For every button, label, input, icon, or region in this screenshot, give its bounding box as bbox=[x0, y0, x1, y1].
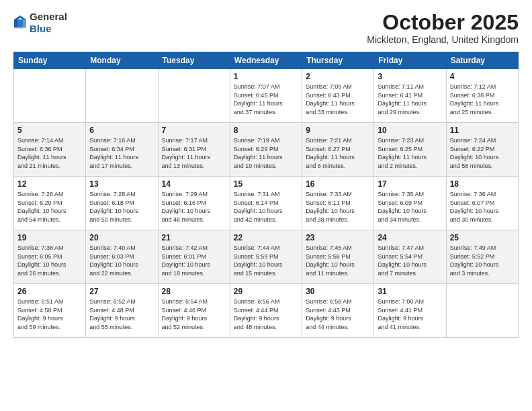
table-row: 26Sunrise: 6:51 AM Sunset: 4:50 PM Dayli… bbox=[14, 284, 86, 338]
calendar-week-2: 5Sunrise: 7:14 AM Sunset: 6:36 PM Daylig… bbox=[14, 123, 519, 177]
logo: General Blue bbox=[13, 11, 67, 35]
col-friday: Friday bbox=[374, 52, 446, 69]
day-number: 12 bbox=[17, 179, 82, 189]
svg-marker-3 bbox=[14, 19, 17, 28]
day-info: Sunrise: 7:45 AM Sunset: 5:56 PM Dayligh… bbox=[306, 244, 370, 277]
day-info: Sunrise: 7:21 AM Sunset: 6:27 PM Dayligh… bbox=[306, 136, 370, 170]
day-info: Sunrise: 6:56 AM Sunset: 4:44 PM Dayligh… bbox=[234, 298, 298, 331]
day-info: Sunrise: 7:29 AM Sunset: 6:16 PM Dayligh… bbox=[162, 190, 226, 224]
col-monday: Monday bbox=[86, 52, 158, 69]
logo-icon bbox=[13, 15, 27, 31]
day-number: 6 bbox=[89, 126, 154, 135]
day-number: 19 bbox=[17, 233, 82, 242]
calendar-week-1: 1Sunrise: 7:07 AM Sunset: 6:45 PM Daylig… bbox=[14, 69, 519, 123]
day-info: Sunrise: 7:23 AM Sunset: 6:25 PM Dayligh… bbox=[378, 136, 442, 170]
table-row: 29Sunrise: 6:56 AM Sunset: 4:44 PM Dayli… bbox=[230, 284, 302, 338]
table-row: 13Sunrise: 7:28 AM Sunset: 6:18 PM Dayli… bbox=[86, 177, 158, 230]
day-info: Sunrise: 6:51 AM Sunset: 4:50 PM Dayligh… bbox=[17, 298, 82, 331]
day-info: Sunrise: 7:11 AM Sunset: 6:41 PM Dayligh… bbox=[378, 83, 442, 116]
day-number: 28 bbox=[162, 287, 226, 296]
table-row: 9Sunrise: 7:21 AM Sunset: 6:27 PM Daylig… bbox=[302, 123, 374, 177]
table-row: 6Sunrise: 7:16 AM Sunset: 6:34 PM Daylig… bbox=[86, 123, 158, 177]
day-info: Sunrise: 7:31 AM Sunset: 6:14 PM Dayligh… bbox=[234, 190, 298, 224]
day-number: 26 bbox=[17, 287, 82, 296]
table-row bbox=[86, 69, 158, 123]
day-number: 3 bbox=[378, 72, 442, 81]
day-number: 22 bbox=[234, 233, 298, 242]
col-wednesday: Wednesday bbox=[230, 52, 302, 69]
table-row bbox=[158, 69, 230, 123]
day-number: 13 bbox=[89, 179, 154, 189]
table-row: 10Sunrise: 7:23 AM Sunset: 6:25 PM Dayli… bbox=[374, 123, 446, 177]
calendar-week-5: 26Sunrise: 6:51 AM Sunset: 4:50 PM Dayli… bbox=[14, 284, 519, 338]
table-row: 12Sunrise: 7:26 AM Sunset: 6:20 PM Dayli… bbox=[14, 177, 86, 230]
day-number: 1 bbox=[234, 72, 298, 81]
day-number: 16 bbox=[306, 179, 370, 189]
table-row: 21Sunrise: 7:42 AM Sunset: 6:01 PM Dayli… bbox=[158, 230, 230, 284]
table-row: 15Sunrise: 7:31 AM Sunset: 6:14 PM Dayli… bbox=[230, 177, 302, 230]
table-row: 3Sunrise: 7:11 AM Sunset: 6:41 PM Daylig… bbox=[374, 69, 446, 123]
table-row: 23Sunrise: 7:45 AM Sunset: 5:56 PM Dayli… bbox=[302, 230, 374, 284]
col-thursday: Thursday bbox=[302, 52, 374, 69]
day-info: Sunrise: 7:00 AM Sunset: 4:41 PM Dayligh… bbox=[378, 298, 442, 331]
day-number: 11 bbox=[450, 126, 515, 135]
table-row: 5Sunrise: 7:14 AM Sunset: 6:36 PM Daylig… bbox=[14, 123, 86, 177]
day-info: Sunrise: 7:36 AM Sunset: 6:07 PM Dayligh… bbox=[450, 190, 515, 224]
day-info: Sunrise: 7:33 AM Sunset: 6:11 PM Dayligh… bbox=[306, 190, 370, 224]
day-info: Sunrise: 7:28 AM Sunset: 6:18 PM Dayligh… bbox=[89, 190, 154, 224]
day-info: Sunrise: 7:35 AM Sunset: 6:09 PM Dayligh… bbox=[378, 190, 442, 224]
day-number: 30 bbox=[306, 287, 370, 296]
day-info: Sunrise: 7:09 AM Sunset: 6:43 PM Dayligh… bbox=[306, 83, 370, 116]
table-row: 17Sunrise: 7:35 AM Sunset: 6:09 PM Dayli… bbox=[374, 177, 446, 230]
location: Mickleton, England, United Kingdom bbox=[367, 34, 519, 45]
day-info: Sunrise: 7:14 AM Sunset: 6:36 PM Dayligh… bbox=[17, 136, 82, 170]
table-row: 1Sunrise: 7:07 AM Sunset: 6:45 PM Daylig… bbox=[230, 69, 302, 123]
day-number: 31 bbox=[378, 287, 442, 296]
table-row: 27Sunrise: 6:52 AM Sunset: 4:48 PM Dayli… bbox=[86, 284, 158, 338]
day-number: 20 bbox=[89, 233, 154, 242]
table-row: 4Sunrise: 7:12 AM Sunset: 6:38 PM Daylig… bbox=[446, 69, 518, 123]
day-info: Sunrise: 7:07 AM Sunset: 6:45 PM Dayligh… bbox=[234, 83, 298, 116]
day-info: Sunrise: 7:26 AM Sunset: 6:20 PM Dayligh… bbox=[17, 190, 82, 224]
day-number: 15 bbox=[234, 179, 298, 189]
svg-marker-4 bbox=[17, 19, 23, 28]
table-row: 24Sunrise: 7:47 AM Sunset: 5:54 PM Dayli… bbox=[374, 230, 446, 284]
day-number: 29 bbox=[234, 287, 298, 296]
day-number: 18 bbox=[450, 179, 515, 189]
svg-marker-2 bbox=[23, 19, 26, 28]
table-row bbox=[14, 69, 86, 123]
day-info: Sunrise: 7:24 AM Sunset: 6:22 PM Dayligh… bbox=[450, 136, 515, 170]
day-number: 25 bbox=[450, 233, 515, 242]
day-info: Sunrise: 7:44 AM Sunset: 5:59 PM Dayligh… bbox=[234, 244, 298, 277]
calendar-table: Sunday Monday Tuesday Wednesday Thursday… bbox=[13, 52, 519, 338]
table-row: 30Sunrise: 6:58 AM Sunset: 4:43 PM Dayli… bbox=[302, 284, 374, 338]
day-number: 27 bbox=[89, 287, 154, 296]
day-number: 2 bbox=[306, 72, 370, 81]
table-row bbox=[446, 284, 518, 338]
table-row: 28Sunrise: 6:54 AM Sunset: 4:46 PM Dayli… bbox=[158, 284, 230, 338]
calendar-week-4: 19Sunrise: 7:38 AM Sunset: 6:05 PM Dayli… bbox=[14, 230, 519, 284]
table-row: 11Sunrise: 7:24 AM Sunset: 6:22 PM Dayli… bbox=[446, 123, 518, 177]
month-year: October 2025 bbox=[367, 11, 519, 34]
table-row: 31Sunrise: 7:00 AM Sunset: 4:41 PM Dayli… bbox=[374, 284, 446, 338]
table-row: 18Sunrise: 7:36 AM Sunset: 6:07 PM Dayli… bbox=[446, 177, 518, 230]
calendar-header-row: Sunday Monday Tuesday Wednesday Thursday… bbox=[14, 52, 519, 69]
day-number: 21 bbox=[162, 233, 226, 242]
day-info: Sunrise: 7:12 AM Sunset: 6:38 PM Dayligh… bbox=[450, 83, 515, 116]
day-info: Sunrise: 7:42 AM Sunset: 6:01 PM Dayligh… bbox=[162, 244, 226, 277]
day-number: 17 bbox=[378, 179, 442, 189]
day-info: Sunrise: 7:47 AM Sunset: 5:54 PM Dayligh… bbox=[378, 244, 442, 277]
day-info: Sunrise: 6:54 AM Sunset: 4:46 PM Dayligh… bbox=[162, 298, 226, 331]
table-row: 16Sunrise: 7:33 AM Sunset: 6:11 PM Dayli… bbox=[302, 177, 374, 230]
table-row: 22Sunrise: 7:44 AM Sunset: 5:59 PM Dayli… bbox=[230, 230, 302, 284]
table-row: 20Sunrise: 7:40 AM Sunset: 6:03 PM Dayli… bbox=[86, 230, 158, 284]
table-row: 25Sunrise: 7:49 AM Sunset: 5:52 PM Dayli… bbox=[446, 230, 518, 284]
day-number: 23 bbox=[306, 233, 370, 242]
day-number: 4 bbox=[450, 72, 515, 81]
page-header: General Blue October 2025 Mickleton, Eng… bbox=[13, 11, 519, 45]
day-number: 10 bbox=[378, 126, 442, 135]
day-number: 24 bbox=[378, 233, 442, 242]
table-row: 19Sunrise: 7:38 AM Sunset: 6:05 PM Dayli… bbox=[14, 230, 86, 284]
col-sunday: Sunday bbox=[14, 52, 86, 69]
table-row: 2Sunrise: 7:09 AM Sunset: 6:43 PM Daylig… bbox=[302, 69, 374, 123]
